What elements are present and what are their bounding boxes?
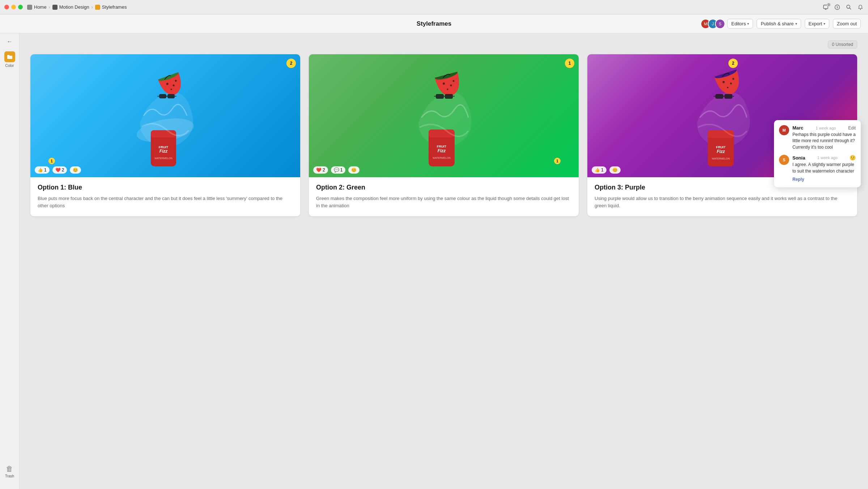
card-purple: FRUIT Fizz WATERMELON 2 👍 bbox=[587, 54, 857, 216]
svg-text:WATERMELON: WATERMELON bbox=[433, 157, 450, 159]
breadcrumb-sep-1: › bbox=[49, 5, 50, 10]
sonia-emoji-button[interactable]: 🙂 bbox=[850, 155, 856, 161]
blue-reactions: 👍 1 ❤️ 2 😊 bbox=[35, 166, 81, 174]
card-blue: FRUIT Fizz WATERMELON 2 1 bbox=[30, 54, 300, 216]
blue-thumbs-count: 1 bbox=[44, 167, 47, 173]
zoom-button[interactable]: Zoom out bbox=[833, 19, 861, 29]
purple-reaction-thumbs[interactable]: 👍 1 bbox=[592, 166, 607, 174]
cards-grid: FRUIT Fizz WATERMELON 2 1 bbox=[30, 54, 857, 216]
blue-reaction-smile[interactable]: 😊 bbox=[70, 166, 81, 174]
blue-reaction-heart[interactable]: ❤️ 2 bbox=[52, 166, 67, 174]
svg-rect-26 bbox=[436, 94, 444, 99]
svg-text:WATERMELON: WATERMELON bbox=[712, 157, 729, 160]
svg-point-4 bbox=[847, 5, 850, 8]
sidebar: ← Color 🗑 Trash bbox=[0, 33, 20, 489]
export-button[interactable]: Export ▾ bbox=[805, 19, 830, 29]
trash-button[interactable]: 🗑 Trash bbox=[5, 465, 14, 478]
green-reaction-heart[interactable]: ❤️ 2 bbox=[313, 166, 328, 174]
green-reaction-comment[interactable]: 💬 1 bbox=[331, 166, 346, 174]
thumbs-up-icon-2: 👍 bbox=[595, 167, 600, 173]
blue-reaction-thumbs[interactable]: 👍 1 bbox=[35, 166, 50, 174]
marc-edit-button[interactable]: Edit bbox=[848, 126, 856, 131]
svg-text:WATERMELON: WATERMELON bbox=[154, 157, 172, 160]
smile-icon-2: 😊 bbox=[351, 167, 357, 173]
svg-rect-41 bbox=[724, 94, 732, 99]
marc-comment-content: Marc 1 week ago Edit Perhaps this purple… bbox=[792, 125, 856, 150]
green-reactions: ❤️ 2 💬 1 😊 bbox=[313, 166, 359, 174]
svg-text:Fizz: Fizz bbox=[438, 148, 446, 153]
editors-button[interactable]: Editors ▾ bbox=[727, 19, 753, 29]
green-reaction-smile[interactable]: 😊 bbox=[348, 166, 359, 174]
purple-reaction-smile[interactable]: 😊 bbox=[609, 166, 621, 174]
breadcrumb-styleframes[interactable]: Styleframes bbox=[95, 4, 127, 10]
card-blue-title: Option 1: Blue bbox=[38, 184, 293, 191]
green-comment-count: 1 bbox=[340, 167, 343, 173]
blue-badge-number: 2 bbox=[290, 61, 293, 66]
comment-popup: M Marc 1 week ago Edit Perhaps this purp… bbox=[774, 120, 861, 187]
folder-icon[interactable] bbox=[4, 51, 15, 62]
comment-sonia: S Sonia 1 week ago 🙂 I agree. A slightly… bbox=[779, 155, 856, 182]
unsorted-pill[interactable]: 0 Unsorted bbox=[828, 41, 857, 48]
notification-icon[interactable] bbox=[857, 4, 864, 10]
blue-heart-count: 2 bbox=[62, 167, 64, 173]
breadcrumb-home-label[interactable]: Home bbox=[34, 4, 47, 10]
svg-line-5 bbox=[850, 8, 851, 9]
blue-pin-1: 1 bbox=[48, 158, 55, 164]
green-background: FRUIT Fizz WATERMELON bbox=[309, 54, 579, 177]
trash-icon: 🗑 bbox=[6, 465, 13, 473]
comment-icon: 💬 bbox=[334, 167, 339, 173]
breadcrumb-home[interactable]: Home bbox=[27, 4, 47, 10]
svg-text:FRUIT: FRUIT bbox=[716, 145, 726, 149]
sonia-comment-content: Sonia 1 week ago 🙂 I agree. A slightly w… bbox=[792, 155, 856, 182]
help-icon[interactable]: ? bbox=[834, 4, 841, 10]
smile-icon: 😊 bbox=[73, 167, 78, 173]
styleframes-icon bbox=[95, 5, 100, 10]
card-green-body: Option 2: Green Green makes the composit… bbox=[309, 177, 579, 216]
green-badge-number: 1 bbox=[569, 61, 571, 66]
publish-share-button[interactable]: Publish & share ▾ bbox=[757, 19, 801, 29]
purple-thumbs-count: 1 bbox=[601, 167, 604, 173]
unsorted-badge-row: 0 Unsorted bbox=[30, 41, 857, 48]
close-button[interactable] bbox=[4, 5, 9, 9]
page-title: Styleframes bbox=[417, 20, 451, 27]
publish-chevron-icon: ▾ bbox=[795, 22, 797, 26]
breadcrumb-motion[interactable]: Motion Design bbox=[52, 4, 89, 10]
card-green-image: FRUIT Fizz WATERMELON 1 1 ❤️ bbox=[309, 54, 579, 177]
zoom-label: Zoom out bbox=[837, 21, 857, 26]
breadcrumb: Home › Motion Design › Styleframes bbox=[27, 4, 127, 10]
green-pin-1: 1 bbox=[554, 158, 561, 164]
sonia-comment-text: I agree. A slightly warmer purple to sui… bbox=[792, 162, 856, 174]
svg-text:FRUIT: FRUIT bbox=[437, 145, 447, 148]
marc-comment-header: Marc 1 week ago Edit bbox=[792, 125, 856, 131]
publish-share-label: Publish & share bbox=[761, 21, 793, 26]
avatar-3: S bbox=[715, 19, 725, 29]
back-button[interactable]: ← bbox=[7, 38, 13, 45]
card-blue-image: FRUIT Fizz WATERMELON 2 1 bbox=[30, 54, 300, 177]
marc-time: 1 week ago bbox=[816, 126, 836, 130]
green-comment-badge: 1 bbox=[565, 59, 574, 68]
traffic-lights bbox=[4, 5, 23, 9]
minimize-button[interactable] bbox=[11, 5, 16, 9]
breadcrumb-styleframes-label[interactable]: Styleframes bbox=[102, 4, 127, 10]
svg-point-6 bbox=[860, 9, 861, 9]
breadcrumb-motion-label[interactable]: Motion Design bbox=[59, 4, 89, 10]
maximize-button[interactable] bbox=[18, 5, 23, 9]
svg-rect-13 bbox=[167, 94, 175, 98]
svg-rect-12 bbox=[159, 94, 166, 98]
svg-text:?: ? bbox=[836, 6, 838, 9]
device-icon[interactable]: 0 bbox=[822, 4, 829, 10]
reply-row: Reply bbox=[792, 176, 856, 182]
marc-comment-text: Perhaps this purple could have a little … bbox=[792, 132, 856, 150]
reply-button[interactable]: Reply bbox=[792, 177, 804, 182]
sonia-comment-header: Sonia 1 week ago 🙂 bbox=[792, 155, 856, 161]
search-icon[interactable] bbox=[846, 4, 852, 10]
card-green: FRUIT Fizz WATERMELON 1 1 ❤️ bbox=[309, 54, 579, 216]
heart-icon: ❤️ bbox=[55, 167, 61, 173]
toolbar-actions: M J S Editors ▾ Publish & share ▾ Export… bbox=[701, 19, 861, 29]
export-chevron-icon: ▾ bbox=[824, 22, 825, 26]
breadcrumb-sep-2: › bbox=[92, 5, 93, 10]
blue-comment-badge: 2 bbox=[286, 59, 296, 68]
smile-icon-3: 😊 bbox=[612, 167, 618, 173]
purple-badge-number: 2 bbox=[732, 61, 735, 66]
avatar-group: M J S bbox=[701, 19, 725, 29]
